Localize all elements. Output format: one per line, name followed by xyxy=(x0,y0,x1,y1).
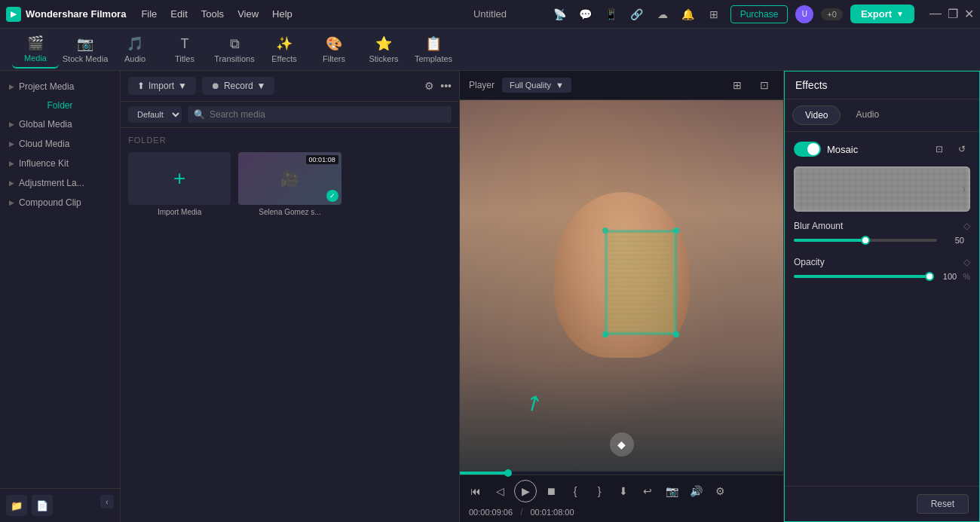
sort-dropdown[interactable]: Default xyxy=(128,106,182,123)
sidebar-folder-item[interactable]: Folder xyxy=(0,96,120,114)
menu-tools[interactable]: Tools xyxy=(201,8,224,20)
window-controls: — ❐ ✕ xyxy=(929,7,974,21)
record-label: Record xyxy=(224,81,253,91)
sidebar-item-compound-clip[interactable]: ▶ Compound Clip xyxy=(0,193,120,212)
grid-view-icon[interactable]: ⊞ xyxy=(727,75,747,95)
mosaic-label: Mosaic xyxy=(827,144,925,155)
bell-icon[interactable]: 🔔 xyxy=(679,5,697,23)
share-icon[interactable]: 🔗 xyxy=(628,5,646,23)
toolbar-transitions[interactable]: ⧉ Transitions xyxy=(211,31,258,69)
notify-icon[interactable]: 📡 xyxy=(551,5,569,23)
sidebar-cloud-media-label: Cloud Media xyxy=(19,139,69,149)
blur-amount-slider: 50 xyxy=(794,236,970,245)
blur-amount-thumb[interactable] xyxy=(861,236,870,245)
record-button[interactable]: ⏺ Record ▼ xyxy=(202,77,275,95)
toolbar-titles[interactable]: T Titles xyxy=(161,31,208,69)
media-grid: + Import Media 🎥 00:01:08 ✓ Selena Gomez… xyxy=(128,152,452,216)
toolbar-media[interactable]: 🎬 Media xyxy=(12,31,59,69)
toolbar-audio[interactable]: 🎵 Audio xyxy=(112,31,158,69)
mosaic-effect-header: Mosaic ⊡ ↺ xyxy=(794,141,970,157)
append-button[interactable]: ↩ xyxy=(638,481,657,501)
in-point-button[interactable]: { xyxy=(565,481,585,501)
document-title: Untitled xyxy=(473,8,507,20)
blur-amount-reset-icon[interactable]: ◇ xyxy=(963,221,970,231)
templates-label: Templates xyxy=(415,54,452,63)
export-button[interactable]: Export ▼ xyxy=(850,5,914,23)
maximize-button[interactable]: ❐ xyxy=(948,7,958,21)
snapshot-button[interactable]: 📷 xyxy=(662,481,681,501)
sidebar-influence-kit-label: Influence Kit xyxy=(19,158,69,169)
collapse-sidebar-button[interactable]: ‹ xyxy=(100,495,114,508)
sidebar-compound-clip-label: Compound Clip xyxy=(19,197,81,208)
prev-frame-button[interactable]: ⏮ xyxy=(466,481,485,501)
mosaic-reset-icon[interactable]: ↺ xyxy=(954,141,970,157)
menu-file[interactable]: File xyxy=(141,8,157,20)
stickers-label: Stickers xyxy=(369,54,398,63)
out-point-button[interactable]: } xyxy=(590,481,609,501)
menu-edit[interactable]: Edit xyxy=(170,8,187,20)
quality-label: Full Quality xyxy=(510,81,551,90)
add-folder-button[interactable]: 📁 xyxy=(6,495,27,516)
chat-icon[interactable]: 💬 xyxy=(577,5,595,23)
video-check-icon: ✓ xyxy=(326,190,338,202)
sidebar-item-adjustment-layer[interactable]: ▶ Adjustment La... xyxy=(0,173,120,193)
menu-view[interactable]: View xyxy=(237,8,259,20)
purchase-button[interactable]: Purchase xyxy=(730,5,789,23)
toggle-knob xyxy=(807,143,819,155)
mosaic-options-icon[interactable]: ⊡ xyxy=(931,141,948,157)
toolbar-stock-media[interactable]: 📷 Stock Media xyxy=(62,31,109,69)
video-background: ◆ ↗ xyxy=(460,100,783,472)
import-button[interactable]: ⬆ Import ▼ xyxy=(128,77,196,95)
sidebar-global-media-label: Global Media xyxy=(19,119,72,130)
fullscreen-icon[interactable]: ⊡ xyxy=(755,75,774,95)
title-bar: ▶ Wondershare Filmora File Edit Tools Vi… xyxy=(0,0,980,29)
add-item-button[interactable]: 📄 xyxy=(32,495,53,516)
effects-title: Effects xyxy=(795,79,828,91)
settings-button[interactable]: ⚙ xyxy=(710,481,730,501)
toolbar-stickers[interactable]: ⭐ Stickers xyxy=(360,31,407,69)
toolbar-effects[interactable]: ✨ Effects xyxy=(261,31,308,69)
opacity-track[interactable] xyxy=(794,275,929,278)
opacity-thumb[interactable] xyxy=(925,272,934,281)
avatar[interactable]: U xyxy=(795,5,813,23)
player-header: Player Full Quality ▼ ⊞ ⊡ xyxy=(460,71,783,100)
effects-icon: ✨ xyxy=(276,35,292,52)
toolbar-templates[interactable]: 📋 Templates xyxy=(410,31,457,69)
import-media-item[interactable]: + Import Media xyxy=(128,152,231,216)
stop-button[interactable]: ⏹ xyxy=(541,481,561,501)
insert-button[interactable]: ⬇ xyxy=(614,481,633,501)
effects-footer: Reset xyxy=(785,486,979,521)
play-button[interactable]: ▶ xyxy=(514,480,537,502)
menu-help[interactable]: Help xyxy=(272,8,292,20)
sidebar-item-project-media[interactable]: ▶ Project Media xyxy=(0,77,120,96)
phone-icon[interactable]: 📱 xyxy=(602,5,620,23)
expand-icon-4: ▶ xyxy=(9,160,14,167)
opacity-reset-icon[interactable]: ◇ xyxy=(963,257,970,267)
filter-icon[interactable]: ⚙ xyxy=(424,80,434,92)
audio-button[interactable]: 🔊 xyxy=(686,481,706,501)
grid-icon[interactable]: ⊞ xyxy=(705,5,723,23)
more-options-icon[interactable]: ••• xyxy=(440,80,452,92)
toolbar-filters[interactable]: 🎨 Filters xyxy=(311,31,357,69)
reset-button[interactable]: Reset xyxy=(917,494,969,514)
blur-amount-track[interactable] xyxy=(794,239,937,242)
preview-arrow-icon[interactable]: › xyxy=(963,184,966,194)
sidebar-item-cloud-media[interactable]: ▶ Cloud Media xyxy=(0,134,120,154)
media-toolbar: ⬆ Import ▼ ⏺ Record ▼ ⚙ ••• xyxy=(121,71,459,102)
seek-bar[interactable] xyxy=(460,472,783,475)
tab-audio[interactable]: Audio xyxy=(844,105,891,125)
minimize-button[interactable]: — xyxy=(929,7,942,21)
video-media-item[interactable]: 🎥 00:01:08 ✓ Selena Gomez s... xyxy=(238,152,341,216)
search-input[interactable] xyxy=(210,109,446,120)
mosaic-toggle[interactable] xyxy=(794,142,821,157)
step-back-button[interactable]: ◁ xyxy=(490,481,510,501)
cloud-icon[interactable]: ☁ xyxy=(654,5,672,23)
quality-dropdown[interactable]: Full Quality ▼ xyxy=(502,78,571,93)
right-controls: 📡 💬 📱 🔗 ☁ 🔔 ⊞ Purchase U +0 Export ▼ — ❐… xyxy=(551,5,974,23)
close-button[interactable]: ✕ xyxy=(964,7,974,21)
opacity-value: 100 xyxy=(936,272,957,281)
sidebar-item-global-media[interactable]: ▶ Global Media xyxy=(0,114,120,134)
import-media-label: Import Media xyxy=(128,208,231,216)
sidebar-item-influence-kit[interactable]: ▶ Influence Kit xyxy=(0,154,120,173)
tab-video[interactable]: Video xyxy=(792,105,841,125)
